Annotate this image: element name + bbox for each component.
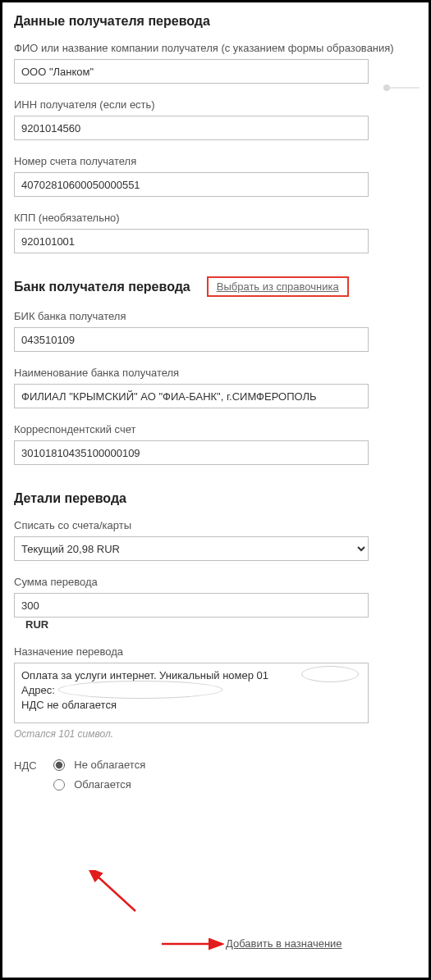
recipient-kpp-label: КПП (необязательно) [14,212,417,224]
recipient-name-input[interactable] [14,59,369,84]
bank-corr-input[interactable] [14,440,369,465]
recipient-name-label: ФИО или название компании получателя (с … [14,42,417,54]
debit-account-select[interactable]: Текущий 20,98 RUR [14,536,369,561]
recipient-kpp-input[interactable] [14,229,369,253]
nds-option-no-label: Не облагается [74,759,145,771]
annotation-arrow-icon [85,870,150,919]
bank-bic-label: БИК банка получателя [14,310,417,322]
debit-account-label: Списать со счета/карты [14,519,417,531]
recipient-section-title: Данные получателя перевода [14,14,417,29]
annotation-arrow-icon [158,936,224,952]
bank-directory-link[interactable]: Выбрать из справочника [207,276,349,297]
nds-radio-no[interactable] [53,759,65,771]
nds-option-yes-label: Облагается [74,778,131,791]
nds-radio-yes[interactable] [53,779,65,791]
bank-name-label: Наименование банка получателя [14,367,417,379]
bank-corr-label: Корреспондентский счет [14,423,417,435]
nds-option-yes[interactable]: Облагается [53,777,146,791]
resize-handle-line [390,87,420,89]
recipient-account-label: Номер счета получателя [14,155,417,167]
nds-option-no[interactable]: Не облагается [53,758,146,771]
details-section-title: Детали перевода [14,491,417,506]
redaction-cloud-icon [301,666,359,682]
bank-bic-input[interactable] [14,327,369,352]
amount-input[interactable] [14,593,369,618]
nds-label: НДС [14,758,50,772]
recipient-inn-input[interactable] [14,116,369,140]
svg-line-0 [96,875,135,911]
bank-name-input[interactable] [14,384,369,408]
amount-label: Сумма перевода [14,576,417,588]
currency-label: RUR [25,618,48,631]
recipient-account-input[interactable] [14,172,369,197]
remaining-chars-note: Остался 101 символ. [14,728,417,740]
bank-section-title: Банк получателя перевода [14,280,190,294]
purpose-label: Назначение перевода [14,645,417,658]
redaction-cloud-icon [58,681,222,699]
recipient-inn-label: ИНН получателя (если есть) [14,98,417,111]
resize-handle-icon [383,84,390,91]
add-to-purpose-link[interactable]: Добавить в назначение [226,937,342,950]
